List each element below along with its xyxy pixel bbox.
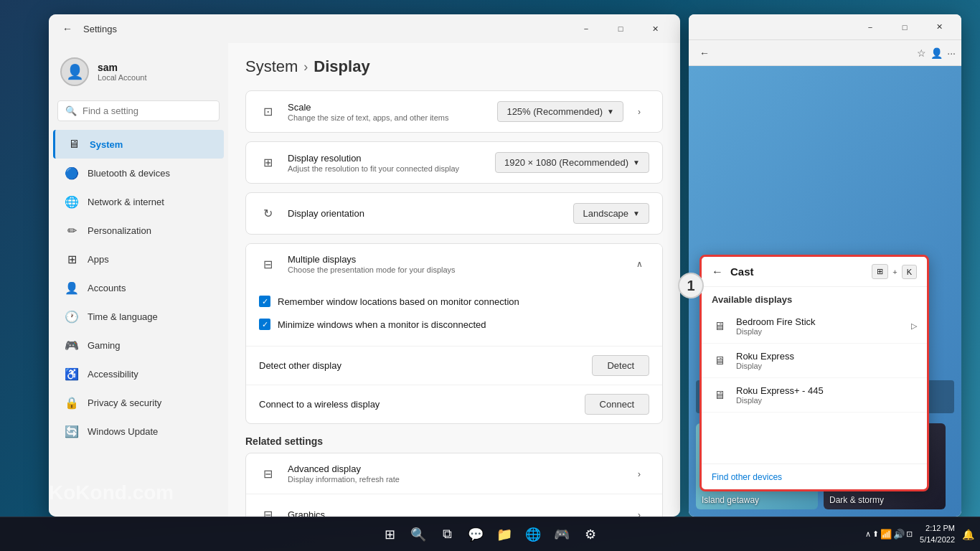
connect-row: Connect to a wireless display Connect <box>246 385 662 423</box>
sidebar-item-label: Network & internet <box>88 197 164 207</box>
sidebar-item-gaming[interactable]: 🎮 Gaming <box>53 331 224 359</box>
battery-icon: ⊡ <box>906 529 913 539</box>
search-box[interactable]: 🔍 <box>57 100 220 121</box>
explorer-button[interactable]: 📁 <box>491 522 517 547</box>
checkbox-row-1: ✓ Remember window locations based on mon… <box>259 290 649 313</box>
sidebar-item-label: Gaming <box>88 340 121 351</box>
resolution-dropdown[interactable]: 1920 × 1080 (Recommended) ▼ <box>495 152 649 173</box>
cast-back-button[interactable]: ← <box>712 265 723 278</box>
notification-icon[interactable]: 🔔 <box>962 529 974 540</box>
advanced-display-row[interactable]: ⊟ Advanced display Display information, … <box>246 453 662 494</box>
cast-header: ← Cast ⊞ + K <box>702 257 927 287</box>
sidebar-item-bluetooth[interactable]: 🔵 Bluetooth & devices <box>53 159 224 187</box>
scale-control: 125% (Recommended) ▼ › <box>497 101 649 122</box>
graphics-arrow[interactable]: › <box>629 504 649 517</box>
browser-nav-bar: ← ☆ 👤 ··· <box>689 40 961 66</box>
volume-icon[interactable]: 🔊 <box>893 529 905 540</box>
step-number-badge: 1 <box>678 273 704 298</box>
multiple-displays-title: Multiple displays <box>288 254 618 265</box>
wifi-icon[interactable]: 📶 <box>880 529 892 540</box>
find-other-devices-link[interactable]: Find other devices <box>712 472 782 482</box>
multiple-displays-content: ✓ Remember window locations based on mon… <box>246 284 662 346</box>
browser-close-button[interactable]: ✕ <box>923 16 956 39</box>
apps-icon: ⊞ <box>65 252 79 266</box>
task-view-button[interactable]: ⧉ <box>434 522 460 547</box>
sidebar-item-label: Accessibility <box>88 369 138 380</box>
browser-minimize-button[interactable]: − <box>854 16 887 39</box>
gaming-icon: 🎮 <box>65 338 79 352</box>
graphics-row[interactable]: ⊟ Graphics › <box>246 494 662 517</box>
sidebar-item-apps[interactable]: ⊞ Apps <box>53 245 224 273</box>
browser-back-button[interactable]: ← <box>694 43 715 63</box>
display-item-roku-express-plus[interactable]: 🖥 Roku Express+ - 445 Display <box>702 378 927 413</box>
scale-title: Scale <box>288 102 486 113</box>
display-item-roku-express[interactable]: 🖥 Roku Express Display <box>702 344 927 378</box>
window-title: Settings <box>83 24 117 34</box>
breadcrumb-current: Display <box>314 57 369 76</box>
user-icon: 👤 <box>930 47 943 59</box>
sidebar-item-network[interactable]: 🌐 Network & internet <box>53 187 224 216</box>
display-item-1-type: Display <box>736 327 903 336</box>
edge-button[interactable]: 🌐 <box>520 522 546 547</box>
sidebar-item-system[interactable]: 🖥 System <box>53 130 224 159</box>
maximize-button[interactable]: □ <box>604 17 637 40</box>
orientation-control: Landscape ▼ <box>573 203 649 224</box>
minimize-button[interactable]: − <box>570 17 603 40</box>
monitor-icon-3: 🖥 <box>712 387 727 403</box>
scale-expand-button[interactable]: › <box>629 102 649 122</box>
chat-button[interactable]: 💬 <box>463 522 489 547</box>
detect-button[interactable]: Detect <box>592 355 649 376</box>
search-input[interactable] <box>83 105 212 116</box>
sidebar-item-windows-update[interactable]: 🔄 Windows Update <box>53 417 224 446</box>
scale-icon: ⊡ <box>259 103 276 121</box>
multiple-displays-collapse-button[interactable]: ∧ <box>629 254 649 274</box>
xbox-button[interactable]: 🎮 <box>549 522 575 547</box>
display-item-1-name: Bedroom Fire Stick <box>736 316 903 327</box>
star-icon: ☆ <box>917 47 926 59</box>
browser-maximize-button[interactable]: □ <box>888 16 921 39</box>
related-settings-title: Related settings <box>245 435 663 447</box>
scale-row: ⊡ Scale Change the size of text, apps, a… <box>246 91 662 132</box>
sidebar-item-time[interactable]: 🕐 Time & language <box>53 302 224 331</box>
sidebar-item-label: Time & language <box>88 311 158 322</box>
search-taskbar-button[interactable]: 🔍 <box>405 522 431 547</box>
monitor-icon-2: 🖥 <box>712 353 727 369</box>
multiple-displays-icon: ⊟ <box>259 255 276 273</box>
checkbox-row-2: ✓ Minimize windows when a monitor is dis… <box>259 313 649 336</box>
orientation-info: Display orientation <box>288 208 562 219</box>
detect-info: Detect other display <box>259 360 580 371</box>
connect-button[interactable]: Connect <box>585 394 649 415</box>
cursor-indicator: ▷ <box>911 321 917 331</box>
start-button[interactable]: ⊞ <box>377 522 402 547</box>
scale-dropdown[interactable]: 125% (Recommended) ▼ <box>497 101 623 122</box>
user-profile[interactable]: 👤 sam Local Account <box>49 49 228 95</box>
scale-subtitle: Change the size of text, apps, and other… <box>288 113 486 122</box>
sidebar-item-privacy[interactable]: 🔒 Privacy & security <box>53 388 224 417</box>
checkbox-remember[interactable]: ✓ <box>259 296 270 307</box>
display-item-3-type: Display <box>736 396 917 405</box>
related-settings-section: ⊟ Advanced display Display information, … <box>245 453 663 517</box>
sidebar-item-personalization[interactable]: ✏ Personalization <box>53 216 224 245</box>
taskbar: ⊞ 🔍 ⧉ 💬 📁 🌐 🎮 ⚙ ∧ ⬆ 📶 🔊 ⊡ 2:12 PM 5/14/2… <box>0 517 980 551</box>
connect-wireless-label: Connect to a wireless display <box>259 399 573 410</box>
orientation-dropdown[interactable]: Landscape ▼ <box>573 203 649 224</box>
orientation-section: ↻ Display orientation Landscape ▼ <box>245 192 663 235</box>
display-item-bedroom-fire-stick[interactable]: 🖥 Bedroom Fire Stick Display ▷ <box>702 309 927 344</box>
settings-taskbar-button[interactable]: ⚙ <box>578 522 603 547</box>
advanced-display-arrow[interactable]: › <box>629 463 649 484</box>
chevron-up-icon[interactable]: ∧ <box>865 529 871 539</box>
back-button[interactable]: ← <box>57 19 77 39</box>
detect-row: Detect other display Detect <box>246 346 662 385</box>
resolution-value: 1920 × 1080 (Recommended) <box>504 157 628 168</box>
sidebar-item-accounts[interactable]: 👤 Accounts <box>53 273 224 302</box>
resolution-control: 1920 × 1080 (Recommended) ▼ <box>495 152 649 173</box>
orientation-value: Landscape <box>583 208 628 219</box>
title-bar: ← Settings − □ ✕ <box>49 14 680 43</box>
taskbar-center: ⊞ 🔍 ⧉ 💬 📁 🌐 🎮 ⚙ <box>377 522 603 547</box>
close-button[interactable]: ✕ <box>639 17 672 40</box>
checkbox-minimize[interactable]: ✓ <box>259 319 270 330</box>
multiple-displays-header: ⊟ Multiple displays Choose the presentat… <box>246 244 662 284</box>
sidebar-item-accessibility[interactable]: ♿ Accessibility <box>53 359 224 388</box>
system-clock[interactable]: 2:12 PM 5/14/2022 <box>915 523 959 545</box>
orientation-title: Display orientation <box>288 208 562 219</box>
